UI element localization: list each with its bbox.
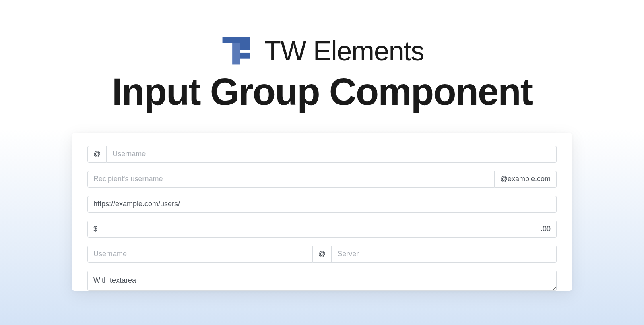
input-group-username-prefix: @ [87, 146, 557, 163]
input-group-textarea: With textarea [87, 271, 557, 291]
svg-rect-1 [233, 43, 241, 64]
page-title: Input Group Component [112, 72, 532, 112]
username-left-input[interactable] [87, 246, 313, 263]
at-middle-addon: @ [313, 246, 332, 263]
dollar-prefix-addon: $ [87, 221, 103, 238]
tw-elements-logo-icon [220, 34, 253, 67]
input-group-url-prefix: https://example.com/users/ [87, 196, 557, 213]
amount-input[interactable] [103, 221, 535, 238]
demo-card: @ @example.com https://example.com/users… [72, 133, 572, 291]
header: TW Elements Input Group Component [0, 0, 644, 112]
svg-rect-3 [240, 53, 250, 59]
input-group-currency: $ .00 [87, 221, 557, 238]
input-group-recipient-suffix: @example.com [87, 171, 557, 188]
url-path-input[interactable] [186, 196, 557, 213]
username-input[interactable] [107, 146, 557, 163]
cents-suffix-addon: .00 [535, 221, 557, 238]
server-input[interactable] [332, 246, 557, 263]
recipient-username-input[interactable] [87, 171, 495, 188]
url-prefix-addon: https://example.com/users/ [87, 196, 186, 213]
at-prefix-addon: @ [87, 146, 107, 163]
brand-row: TW Elements [220, 34, 424, 67]
brand-name: TW Elements [264, 35, 424, 66]
svg-rect-0 [223, 37, 250, 43]
textarea-input[interactable] [142, 271, 557, 291]
input-group-user-server: @ [87, 246, 557, 263]
textarea-label-addon: With textarea [87, 271, 142, 291]
domain-suffix-addon: @example.com [495, 171, 557, 188]
svg-rect-2 [240, 43, 250, 50]
